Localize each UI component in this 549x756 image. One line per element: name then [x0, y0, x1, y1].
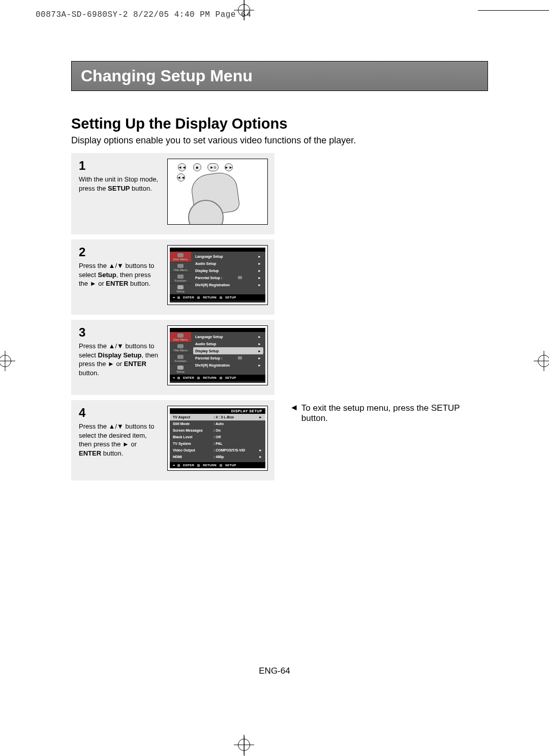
- osd-foot-enter: ENTER: [183, 464, 194, 467]
- ds-value: : PAL: [214, 442, 223, 445]
- chapter-title-bar: Changing Setup Menu: [71, 61, 488, 91]
- osd-side-label: Disc Menu: [173, 258, 188, 261]
- osd-foot-return: RETURN: [203, 376, 217, 379]
- t: or: [114, 360, 124, 368]
- step-3-osd-screen: Disc Menu Title Menu Function Setup Lang…: [167, 325, 268, 385]
- ds-label: Screen Messages: [173, 429, 214, 432]
- osd-foot-return: RETURN: [203, 296, 217, 299]
- osd-foot-setup: SETUP: [225, 296, 236, 299]
- osd-foot-enter: ENTER: [183, 296, 194, 299]
- padlock-icon: [238, 276, 242, 279]
- osd-foot-setup: SETUP: [225, 376, 236, 379]
- pointer-left-icon: ◄: [290, 403, 298, 424]
- chapter-title: Changing Setup Menu: [81, 67, 253, 85]
- osd-side-label: Setup: [176, 370, 185, 373]
- ds-value: : On: [214, 429, 221, 432]
- step-1-illustration-remote: ◄◄ ■ ►II ►► ◄◄: [167, 159, 268, 225]
- osd-side-label: Disc Menu: [173, 338, 188, 341]
- osd-side-label: Setup: [176, 290, 185, 293]
- step-2-osd-screen: Disc Menu Title Menu Function Setup Lang…: [167, 245, 268, 305]
- t: or: [129, 440, 137, 448]
- exit-note: ◄ To exit the setup menu, press the SETU…: [290, 403, 464, 424]
- b: Display Setup: [98, 351, 142, 359]
- ds-label: TV System: [173, 442, 214, 445]
- osd-row-label: Language Setup: [195, 335, 223, 339]
- ds-value: : Off: [214, 435, 221, 439]
- osd-row-label: Parental Setup :: [195, 276, 222, 280]
- section-title: Setting Up the Display Options: [71, 115, 488, 132]
- page-content: Changing Setup Menu Setting Up the Displ…: [71, 61, 488, 486]
- padlock-icon: [238, 356, 242, 359]
- osd-foot-enter: ENTER: [183, 376, 194, 379]
- step-4-text: 4 Press the ▲/▼ buttons to select the de…: [79, 406, 160, 471]
- ds-label: HDMI: [173, 455, 214, 459]
- step-1-bold: SETUP: [108, 185, 130, 192]
- step-2-text: 2 Press the ▲/▼ buttons to select Setup,…: [79, 245, 160, 305]
- ds-value: : Auto: [214, 422, 224, 426]
- ds-label: Still Mode: [173, 422, 214, 426]
- b: ENTER: [79, 449, 101, 457]
- osd-row-label: Audio Setup: [195, 342, 216, 346]
- page-number: ENG-64: [0, 666, 549, 676]
- t: button.: [79, 369, 99, 377]
- osd-row-label: DivX(R) Registration: [195, 364, 230, 367]
- t: button.: [101, 449, 123, 457]
- step-number: 1: [79, 159, 160, 173]
- step-3: 3 Press the ▲/▼ buttons to select Displa…: [71, 320, 274, 395]
- step-4: 4 Press the ▲/▼ buttons to select the de…: [71, 400, 274, 480]
- t: or: [97, 280, 106, 287]
- osd-side-label: Function: [174, 359, 186, 362]
- osd-row-label: Parental Setup :: [195, 356, 222, 360]
- step-1-desc-b: button.: [130, 185, 151, 192]
- osd-side-label: Title Menu: [173, 268, 188, 271]
- osd-row-label: Language Setup: [195, 255, 223, 258]
- osd-row-label: DivX(R) Registration: [195, 283, 230, 287]
- osd-side-label: Title Menu: [173, 349, 188, 352]
- ds-label: Black Level: [173, 435, 214, 439]
- osd-foot-return: RETURN: [203, 464, 217, 467]
- b: ENTER: [124, 360, 146, 368]
- step-1-text: 1 With the unit in Stop mode, press the …: [79, 159, 160, 225]
- ds-label: Video Output: [173, 448, 214, 452]
- exit-note-text: To exit the setup menu, press the SETUP …: [301, 403, 464, 424]
- step-2: 2 Press the ▲/▼ buttons to select Setup,…: [71, 239, 274, 315]
- osd-row-label: Display Setup: [195, 269, 219, 273]
- b: Setup: [98, 271, 116, 279]
- b: ENTER: [106, 280, 128, 287]
- step-number: 2: [79, 245, 160, 259]
- section-intro: Display options enable you to set variou…: [71, 135, 488, 146]
- osd-foot-setup: SETUP: [225, 464, 236, 467]
- step-1: 1 With the unit in Stop mode, press the …: [71, 153, 274, 234]
- osd-row-label: Display Setup: [195, 349, 219, 353]
- display-setup-title: DISPLAY SETUP: [170, 408, 265, 414]
- osd-row-label: Audio Setup: [195, 262, 216, 265]
- step-4-osd-screen: DISPLAY SETUP TV Aspect: 4 : 3 L-Box► St…: [167, 406, 268, 471]
- t: Press the: [79, 422, 109, 430]
- osd-side-label: Function: [174, 279, 186, 282]
- step-number: 4: [79, 406, 160, 420]
- t: Press the: [79, 262, 109, 269]
- ds-value: : 480p: [214, 455, 224, 459]
- step-3-text: 3 Press the ▲/▼ buttons to select Displa…: [79, 325, 160, 385]
- imposition-header: 00873A-SD-6980SY-2 8/22/05 4:40 PM Page …: [36, 10, 251, 19]
- step-number: 3: [79, 325, 160, 340]
- t: Press the: [79, 342, 109, 350]
- ds-value: : COMPOSIT/S-VID: [214, 448, 245, 452]
- t: button.: [128, 280, 150, 287]
- ds-label: TV Aspect: [173, 415, 214, 419]
- ds-value: : 4 : 3 L-Box: [214, 415, 234, 419]
